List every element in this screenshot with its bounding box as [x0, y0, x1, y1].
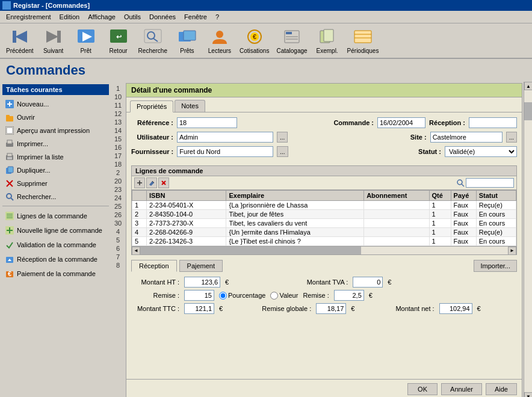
menu-affichage[interactable]: Affichage: [84, 12, 119, 22]
svg-rect-12: [184, 31, 196, 40]
sidebar-nouveau-label: Nouveau...: [17, 100, 49, 108]
montant-tva-input[interactable]: [353, 277, 383, 288]
svg-rect-40: [8, 167, 13, 173]
lines-tool-delete[interactable]: [158, 177, 169, 188]
utilisateur-btn[interactable]: ...: [277, 132, 288, 143]
menu-donnees[interactable]: Données: [146, 12, 179, 22]
radio-pourcentage[interactable]: Pourcentage: [219, 292, 265, 300]
row-isbn: 2-84350-104-0: [147, 210, 226, 219]
btn-periodiques[interactable]: Périodiques: [345, 26, 382, 55]
lines-tool-add[interactable]: [134, 177, 145, 188]
ok-button[interactable]: OK: [407, 383, 438, 395]
btn-catalogage[interactable]: Catalogage: [274, 26, 309, 55]
btn-suivant[interactable]: Suivant: [39, 26, 69, 55]
btn-lecteurs[interactable]: Lecteurs: [205, 26, 235, 55]
vscroll-down-btn[interactable]: ▼: [524, 392, 532, 397]
menu-fenetre[interactable]: Fenêtre: [181, 12, 211, 22]
menu-help[interactable]: ?: [212, 12, 223, 22]
btn-recherche[interactable]: Recherche: [136, 26, 170, 55]
vscroll-track[interactable]: [524, 90, 532, 392]
menu-outils[interactable]: Outils: [120, 12, 144, 22]
commande-input[interactable]: [377, 117, 425, 128]
btn-cotisations[interactable]: € Cotisations: [237, 26, 271, 55]
reception-btn[interactable]: Réception: [131, 260, 177, 272]
table-row[interactable]: 3 2-7373-2730-X Tibet, les cavaliers du …: [132, 219, 516, 228]
tab-proprietes[interactable]: Propriétés: [130, 100, 173, 112]
svg-rect-1: [13, 31, 16, 43]
sidebar-item-validation[interactable]: Validation de la commande: [2, 238, 109, 252]
tab-notes[interactable]: Notes: [175, 100, 205, 112]
row-paye: Faux: [451, 210, 476, 219]
sidebar-item-imprimer[interactable]: Imprimer...: [2, 137, 109, 150]
row-qte: 1: [429, 201, 451, 210]
btn-precedent[interactable]: Précédent: [4, 26, 36, 55]
scroll-track[interactable]: [140, 247, 508, 254]
table-row[interactable]: 4 2-268-04266-9 {Un }ermite dans l'Himal…: [132, 228, 516, 237]
radio-valeur-input[interactable]: [270, 292, 278, 300]
sidebar-item-ouvrir[interactable]: Ouvrir: [2, 111, 109, 124]
montant-ttc-unit: €: [219, 305, 225, 312]
svg-rect-34: [7, 140, 12, 144]
sidebar-item-rechercher[interactable]: Rechercher...: [2, 190, 109, 203]
remise-unit2: €: [369, 292, 375, 299]
btn-retour[interactable]: ↩ Retour: [104, 26, 134, 55]
lines-tool-edit[interactable]: [146, 177, 157, 188]
fournisseur-btn[interactable]: ...: [277, 146, 288, 157]
montant-net-input[interactable]: [439, 303, 472, 314]
table-container: ISBN Exemplaire Abonnement Qté Payé Stat…: [132, 190, 516, 246]
remise-input[interactable]: [184, 290, 214, 301]
row-isbn: 2-268-04266-9: [147, 228, 226, 237]
fin-row-1: Montant HT : € Montant TVA : €: [131, 277, 517, 288]
table-row[interactable]: 5 2-226-13426-3 {Le }Tibet est-il chinoi…: [132, 237, 516, 246]
utilisateur-input[interactable]: [177, 132, 273, 143]
btn-pret[interactable]: Prêt: [71, 26, 101, 55]
scroll-left-btn[interactable]: ◄: [132, 247, 140, 255]
fournisseur-input[interactable]: [177, 146, 273, 157]
row-qte: 1: [429, 237, 451, 246]
payment-btn[interactable]: Pajement: [179, 260, 223, 272]
menu-edition[interactable]: Edition: [56, 12, 84, 22]
svg-rect-3: [57, 31, 61, 43]
row-statut: En cours: [476, 237, 516, 246]
reception-input[interactable]: [469, 117, 517, 128]
montant-ttc-input[interactable]: [184, 303, 214, 314]
new-line-icon: [5, 226, 14, 235]
cancel-button[interactable]: Annuler: [441, 383, 482, 395]
site-btn[interactable]: ...: [506, 132, 517, 143]
menu-enregistrement[interactable]: Enregistrement: [2, 12, 55, 22]
help-button[interactable]: Aide: [486, 383, 517, 395]
btn-exempl[interactable]: Exempl.: [312, 26, 342, 55]
svg-point-13: [216, 31, 223, 38]
remise-globale-input[interactable]: [316, 303, 346, 314]
table-row[interactable]: 1 2-234-05401-X {La }prisonnière de Lhas…: [132, 201, 516, 210]
sidebar-item-nouvelle-ligne[interactable]: Nouvelle ligne de commande: [2, 223, 109, 238]
sidebar-item-paiement[interactable]: € Paiement de la commande: [2, 266, 109, 281]
lines-search-icon: [456, 179, 465, 187]
statut-select[interactable]: Validé(e): [445, 146, 517, 157]
sidebar-dupliquer-label: Dupliquer...: [17, 167, 51, 174]
row-isbn: 2-226-13426-3: [147, 237, 226, 246]
sidebar-item-reception[interactable]: Réception de la commande: [2, 252, 109, 266]
lines-search-input[interactable]: [466, 178, 514, 188]
btn-prets[interactable]: Prêts: [172, 26, 202, 55]
new-icon: [5, 99, 14, 109]
sidebar-item-nouveau[interactable]: Nouveau...: [2, 97, 109, 111]
radio-pourcentage-input[interactable]: [219, 292, 227, 300]
import-btn[interactable]: Importer...: [474, 260, 517, 272]
fin-row-3: Montant TTC : € Remise globale : € Monta…: [131, 303, 517, 314]
sidebar-item-supprimer[interactable]: Supprimer: [2, 177, 109, 190]
remise-input2[interactable]: [334, 290, 364, 301]
radio-valeur[interactable]: Valeur: [270, 292, 298, 300]
sidebar-item-dupliquer[interactable]: Dupliquer...: [2, 164, 109, 177]
site-input[interactable]: [430, 132, 503, 143]
sidebar-item-imprimer-liste[interactable]: Imprimer la liste: [2, 150, 109, 164]
vscroll-up-btn[interactable]: ▲: [524, 82, 532, 90]
table-row[interactable]: 2 2-84350-104-0 Tibet, jour de fêtes 1 F…: [132, 210, 516, 219]
sidebar-item-lignes[interactable]: Lignes de la commande: [2, 209, 109, 223]
scroll-right-btn[interactable]: ►: [508, 247, 516, 255]
svg-marker-0: [15, 31, 27, 43]
reference-input[interactable]: [177, 117, 237, 128]
col-qte: Qté: [429, 191, 451, 201]
montant-ht-input[interactable]: [184, 277, 220, 288]
sidebar-item-apercu[interactable]: Aperçu avant impression: [2, 124, 109, 137]
